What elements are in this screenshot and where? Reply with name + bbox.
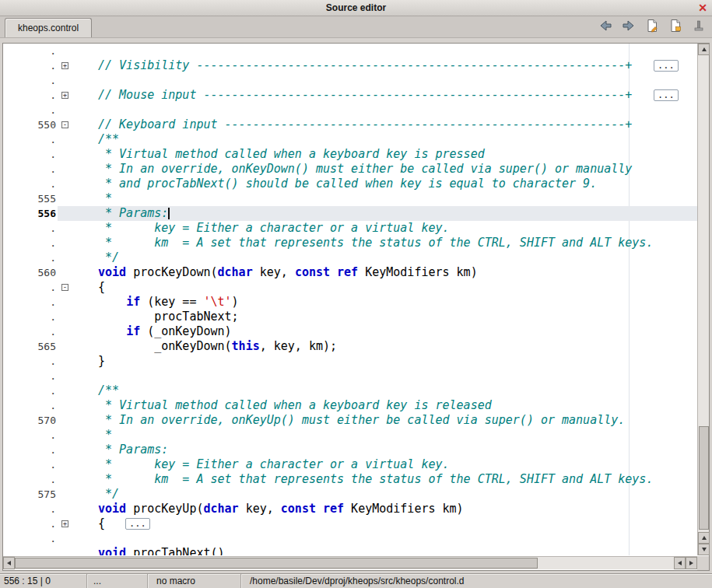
line-marker-dot: . xyxy=(3,58,58,73)
code-token: * key = Either a character or a virtual … xyxy=(98,221,450,235)
edit-document-button[interactable] xyxy=(668,20,682,35)
code-line[interactable]: .+// Mouse input -----------------------… xyxy=(3,88,697,103)
fold-gutter xyxy=(58,147,78,162)
fold-gutter xyxy=(58,295,78,310)
code-line[interactable]: 550-// Keyboard input ------------------… xyxy=(3,117,697,132)
code-line[interactable]: . xyxy=(3,103,697,117)
back-arrow-icon xyxy=(598,19,612,36)
scroll-up-button[interactable] xyxy=(698,44,710,55)
code-line[interactable]: .-{ xyxy=(3,280,697,295)
code-token: * key = Either a character or a virtual … xyxy=(98,457,450,471)
folded-code-indicator[interactable]: ... xyxy=(654,89,679,101)
code-line[interactable]: ./** xyxy=(3,383,697,398)
scrollbar-corner xyxy=(697,556,709,570)
close-button[interactable]: ✕ xyxy=(698,1,707,15)
fold-expand-icon[interactable]: + xyxy=(61,520,68,527)
vertical-scrollbar[interactable] xyxy=(697,44,709,555)
code-line[interactable]: . * key = Either a character or a virtua… xyxy=(3,221,697,236)
code-token: // Visibility xyxy=(98,58,196,72)
code-line[interactable]: . * km = A set that represents the statu… xyxy=(3,472,697,487)
arrow-left-icon xyxy=(678,561,682,565)
code-token: const xyxy=(281,502,316,516)
detach-button[interactable] xyxy=(691,20,706,35)
code-line[interactable]: 570 * In an override, onKeyUp() must eit… xyxy=(3,413,697,428)
fold-expand-icon[interactable]: + xyxy=(61,62,68,69)
code-line[interactable]: . xyxy=(3,73,697,88)
fold-gutter xyxy=(58,162,78,177)
scroll-left-button[interactable] xyxy=(3,557,15,569)
code-line[interactable]: . * and procTabNext() should be called w… xyxy=(3,177,697,191)
code-text: * xyxy=(78,428,697,443)
code-line[interactable]: .+// Visibility ------------------------… xyxy=(3,58,697,73)
code-token: * xyxy=(98,191,112,205)
code-line[interactable]: . if (_onKeyDown) xyxy=(3,324,697,339)
tab-label: kheops.control xyxy=(18,23,79,33)
code-token: ----------------------------------------… xyxy=(225,117,626,131)
line-marker-dot: . xyxy=(3,250,58,265)
title-bar[interactable]: Source editor ✕ xyxy=(0,0,712,16)
code-line[interactable]: 565 _onKeyDown(this, key, km); xyxy=(3,339,697,354)
fold-gutter xyxy=(58,339,78,354)
code-line[interactable]: . if (key == '\t') xyxy=(3,295,697,310)
code-line[interactable]: 560void procKeyDown(dchar key, const ref… xyxy=(3,265,697,280)
horizontal-scrollbar[interactable] xyxy=(3,556,697,569)
code-line[interactable]: . xyxy=(3,44,697,58)
fold-gutter: + xyxy=(58,58,78,73)
code-line[interactable]: 575 */ xyxy=(3,487,697,502)
code-token: KeyModifiers km) xyxy=(358,265,478,279)
arrow-up-icon xyxy=(702,536,707,540)
code-token: /** xyxy=(98,132,119,146)
code-line[interactable]: . * Params: xyxy=(3,443,697,457)
scroll-right-button[interactable] xyxy=(686,557,697,569)
code-line[interactable]: ./** xyxy=(3,132,697,147)
scroll-left-button-secondary[interactable] xyxy=(674,557,686,569)
code-line[interactable]: . xyxy=(3,369,697,383)
macro-status: no macro xyxy=(156,576,195,586)
code-text: * In an override, onKeyDown() must eithe… xyxy=(78,162,697,177)
code-text xyxy=(78,369,697,383)
code-area[interactable]: ..+// Visibility -----------------------… xyxy=(3,44,697,555)
code-line[interactable]: . xyxy=(3,531,697,546)
folded-code-indicator[interactable]: ... xyxy=(125,518,150,530)
tab-kheops-control[interactable]: kheops.control xyxy=(5,18,92,37)
code-line[interactable]: . * km = A set that represents the statu… xyxy=(3,236,697,250)
code-token: procKeyDown( xyxy=(126,265,217,279)
fold-collapse-icon[interactable]: - xyxy=(61,284,68,291)
fold-gutter xyxy=(58,310,78,324)
scroll-up-button-secondary[interactable] xyxy=(698,532,710,544)
code-token: key, xyxy=(239,502,281,516)
code-token xyxy=(98,324,126,338)
fold-expand-icon[interactable]: + xyxy=(61,92,68,99)
code-line[interactable]: . * xyxy=(3,428,697,443)
line-marker-dot: . xyxy=(3,295,58,310)
code-token: if xyxy=(126,324,140,338)
code-token: (_onKeyDown) xyxy=(140,324,231,338)
code-line[interactable]: .void procKeyUp(dchar key, const ref Key… xyxy=(3,502,697,516)
fold-gutter xyxy=(58,428,78,443)
scroll-down-button[interactable] xyxy=(698,544,710,555)
code-line[interactable]: .} xyxy=(3,354,697,369)
arrow-down-icon xyxy=(702,548,707,551)
vscroll-thumb[interactable] xyxy=(699,426,709,530)
code-line[interactable]: .+{... xyxy=(3,516,697,531)
code-line[interactable]: 556 * Params: xyxy=(3,206,697,221)
fold-gutter xyxy=(58,103,78,117)
code-line[interactable]: . procTabNext; xyxy=(3,310,697,324)
save-document-button[interactable] xyxy=(644,20,659,35)
arrow-up-icon xyxy=(702,47,707,51)
code-line[interactable]: 555 * xyxy=(3,191,697,206)
forward-arrow-icon xyxy=(622,19,636,36)
code-token: * Virtual method called when a keyboard … xyxy=(98,147,485,161)
hscroll-thumb[interactable] xyxy=(15,558,538,569)
code-token: const xyxy=(295,265,330,279)
code-line[interactable]: . * key = Either a character or a virtua… xyxy=(3,457,697,472)
forward-button[interactable] xyxy=(621,20,636,35)
code-line[interactable]: . * In an override, onKeyDown() must eit… xyxy=(3,162,697,177)
fold-collapse-icon[interactable]: - xyxy=(61,121,68,128)
code-line[interactable]: . */ xyxy=(3,250,697,265)
code-line[interactable]: .void procTabNext() xyxy=(3,546,697,555)
code-line[interactable]: . * Virtual method called when a keyboar… xyxy=(3,147,697,162)
back-button[interactable] xyxy=(598,20,612,35)
code-line[interactable]: . * Virtual method called when a keyboar… xyxy=(3,398,697,413)
folded-code-indicator[interactable]: ... xyxy=(654,60,679,72)
